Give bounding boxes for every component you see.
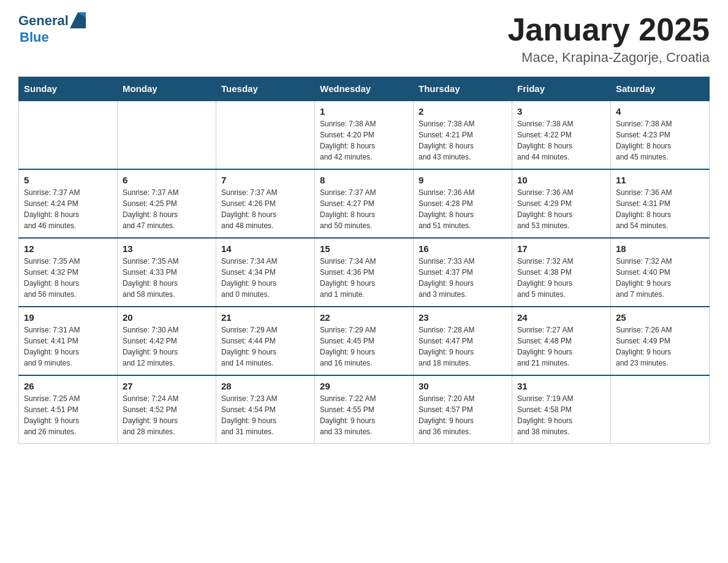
page-title: January 2025: [507, 12, 710, 47]
day-number: 22: [320, 312, 408, 323]
calendar-cell: 18Sunrise: 7:32 AMSunset: 4:40 PMDayligh…: [611, 238, 710, 307]
calendar-week-row: 26Sunrise: 7:25 AMSunset: 4:51 PMDayligh…: [19, 375, 710, 444]
calendar-cell: 17Sunrise: 7:32 AMSunset: 4:38 PMDayligh…: [512, 238, 611, 307]
day-header-monday: Monday: [118, 77, 216, 101]
day-info: Sunrise: 7:38 AMSunset: 4:22 PMDaylight:…: [517, 118, 605, 163]
day-number: 19: [24, 312, 112, 323]
day-info: Sunrise: 7:37 AMSunset: 4:27 PMDaylight:…: [320, 187, 408, 231]
calendar-cell: [216, 101, 315, 169]
calendar-cell: 7Sunrise: 7:37 AMSunset: 4:26 PMDaylight…: [216, 169, 315, 238]
day-header-saturday: Saturday: [611, 77, 710, 101]
calendar-cell: 1Sunrise: 7:38 AMSunset: 4:20 PMDaylight…: [315, 101, 414, 169]
day-number: 4: [616, 106, 704, 117]
day-number: 30: [419, 381, 507, 391]
calendar-cell: 23Sunrise: 7:28 AMSunset: 4:47 PMDayligh…: [414, 307, 512, 375]
day-info: Sunrise: 7:26 AMSunset: 4:49 PMDaylight:…: [616, 324, 704, 369]
day-info: Sunrise: 7:29 AMSunset: 4:44 PMDaylight:…: [221, 324, 309, 369]
calendar-cell: 9Sunrise: 7:36 AMSunset: 4:28 PMDaylight…: [414, 169, 512, 238]
day-header-tuesday: Tuesday: [216, 77, 315, 101]
calendar-cell: 28Sunrise: 7:23 AMSunset: 4:54 PMDayligh…: [216, 375, 315, 444]
day-number: 12: [24, 243, 112, 254]
logo-icon: [70, 12, 87, 29]
day-info: Sunrise: 7:29 AMSunset: 4:45 PMDaylight:…: [320, 324, 408, 369]
calendar-cell: 30Sunrise: 7:20 AMSunset: 4:57 PMDayligh…: [414, 375, 512, 444]
title-area: January 2025 Mace, Krapina-Zagorje, Croa…: [507, 12, 710, 66]
day-info: Sunrise: 7:36 AMSunset: 4:29 PMDaylight:…: [517, 187, 605, 231]
day-number: 9: [419, 175, 507, 185]
day-number: 20: [123, 312, 211, 323]
day-info: Sunrise: 7:25 AMSunset: 4:51 PMDaylight:…: [24, 393, 112, 437]
day-number: 2: [419, 106, 507, 117]
day-number: 14: [221, 243, 309, 254]
calendar-cell: [118, 101, 216, 169]
day-number: 31: [517, 381, 605, 391]
calendar-week-row: 19Sunrise: 7:31 AMSunset: 4:41 PMDayligh…: [19, 307, 710, 375]
day-info: Sunrise: 7:30 AMSunset: 4:42 PMDaylight:…: [123, 324, 211, 369]
day-number: 10: [517, 175, 605, 185]
day-number: 16: [419, 243, 507, 254]
calendar-week-row: 12Sunrise: 7:35 AMSunset: 4:32 PMDayligh…: [19, 238, 710, 307]
day-number: 15: [320, 243, 408, 254]
calendar-cell: 16Sunrise: 7:33 AMSunset: 4:37 PMDayligh…: [414, 238, 512, 307]
calendar-cell: 5Sunrise: 7:37 AMSunset: 4:24 PMDaylight…: [19, 169, 118, 238]
calendar-week-row: 5Sunrise: 7:37 AMSunset: 4:24 PMDaylight…: [19, 169, 710, 238]
calendar-cell: 27Sunrise: 7:24 AMSunset: 4:52 PMDayligh…: [118, 375, 216, 444]
day-info: Sunrise: 7:22 AMSunset: 4:55 PMDaylight:…: [320, 393, 408, 437]
calendar-cell: 11Sunrise: 7:36 AMSunset: 4:31 PMDayligh…: [611, 169, 710, 238]
calendar-cell: 25Sunrise: 7:26 AMSunset: 4:49 PMDayligh…: [611, 307, 710, 375]
day-info: Sunrise: 7:38 AMSunset: 4:20 PMDaylight:…: [320, 118, 408, 163]
day-number: 28: [221, 381, 309, 391]
day-number: 26: [24, 381, 112, 391]
calendar-cell: 21Sunrise: 7:29 AMSunset: 4:44 PMDayligh…: [216, 307, 315, 375]
day-info: Sunrise: 7:34 AMSunset: 4:34 PMDaylight:…: [221, 256, 309, 300]
calendar-cell: 10Sunrise: 7:36 AMSunset: 4:29 PMDayligh…: [512, 169, 611, 238]
day-info: Sunrise: 7:24 AMSunset: 4:52 PMDaylight:…: [123, 393, 211, 437]
day-number: 29: [320, 381, 408, 391]
day-info: Sunrise: 7:35 AMSunset: 4:33 PMDaylight:…: [123, 256, 211, 300]
calendar-header-row: SundayMondayTuesdayWednesdayThursdayFrid…: [19, 77, 710, 101]
day-number: 18: [616, 243, 704, 254]
day-info: Sunrise: 7:20 AMSunset: 4:57 PMDaylight:…: [419, 393, 507, 437]
calendar-cell: 20Sunrise: 7:30 AMSunset: 4:42 PMDayligh…: [118, 307, 216, 375]
calendar-cell: 14Sunrise: 7:34 AMSunset: 4:34 PMDayligh…: [216, 238, 315, 307]
day-info: Sunrise: 7:32 AMSunset: 4:40 PMDaylight:…: [616, 256, 704, 300]
calendar-week-row: 1Sunrise: 7:38 AMSunset: 4:20 PMDaylight…: [19, 101, 710, 169]
day-number: 8: [320, 175, 408, 185]
day-number: 7: [221, 175, 309, 185]
page-subtitle: Mace, Krapina-Zagorje, Croatia: [507, 50, 710, 66]
logo-blue-text: Blue: [20, 29, 49, 45]
calendar-cell: [611, 375, 710, 444]
day-number: 25: [616, 312, 704, 323]
day-header-friday: Friday: [512, 77, 611, 101]
calendar-table: SundayMondayTuesdayWednesdayThursdayFrid…: [18, 77, 710, 444]
day-number: 1: [320, 106, 408, 117]
day-info: Sunrise: 7:32 AMSunset: 4:38 PMDaylight:…: [517, 256, 605, 300]
day-number: 24: [517, 312, 605, 323]
day-number: 3: [517, 106, 605, 117]
day-number: 6: [123, 175, 211, 185]
calendar-cell: 3Sunrise: 7:38 AMSunset: 4:22 PMDaylight…: [512, 101, 611, 169]
day-info: Sunrise: 7:19 AMSunset: 4:58 PMDaylight:…: [517, 393, 605, 437]
calendar-cell: 24Sunrise: 7:27 AMSunset: 4:48 PMDayligh…: [512, 307, 611, 375]
day-number: 27: [123, 381, 211, 391]
calendar-cell: 4Sunrise: 7:38 AMSunset: 4:23 PMDaylight…: [611, 101, 710, 169]
calendar-cell: 12Sunrise: 7:35 AMSunset: 4:32 PMDayligh…: [19, 238, 118, 307]
logo-general: General: [18, 14, 69, 28]
day-info: Sunrise: 7:31 AMSunset: 4:41 PMDaylight:…: [24, 324, 112, 369]
calendar-cell: 15Sunrise: 7:34 AMSunset: 4:36 PMDayligh…: [315, 238, 414, 307]
day-info: Sunrise: 7:37 AMSunset: 4:24 PMDaylight:…: [24, 187, 112, 231]
day-info: Sunrise: 7:35 AMSunset: 4:32 PMDaylight:…: [24, 256, 112, 300]
day-info: Sunrise: 7:37 AMSunset: 4:26 PMDaylight:…: [221, 187, 309, 231]
day-number: 5: [24, 175, 112, 185]
day-number: 11: [616, 175, 704, 185]
calendar-cell: 2Sunrise: 7:38 AMSunset: 4:21 PMDaylight…: [414, 101, 512, 169]
logo: General Blue: [18, 12, 87, 45]
day-info: Sunrise: 7:36 AMSunset: 4:28 PMDaylight:…: [419, 187, 507, 231]
day-info: Sunrise: 7:36 AMSunset: 4:31 PMDaylight:…: [616, 187, 704, 231]
day-header-thursday: Thursday: [414, 77, 512, 101]
calendar-cell: 26Sunrise: 7:25 AMSunset: 4:51 PMDayligh…: [19, 375, 118, 444]
day-number: 17: [517, 243, 605, 254]
calendar-cell: 8Sunrise: 7:37 AMSunset: 4:27 PMDaylight…: [315, 169, 414, 238]
day-info: Sunrise: 7:27 AMSunset: 4:48 PMDaylight:…: [517, 324, 605, 369]
day-info: Sunrise: 7:38 AMSunset: 4:23 PMDaylight:…: [616, 118, 704, 163]
